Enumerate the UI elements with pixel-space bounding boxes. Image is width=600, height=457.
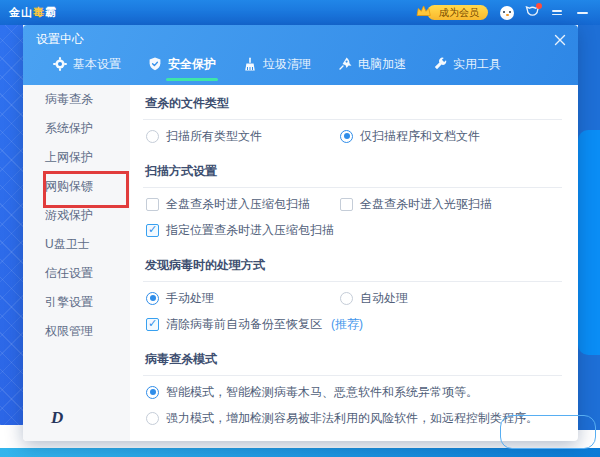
settings-tab-bar: 基本设置 安全保护 垃圾清理 — [53, 49, 501, 83]
radio-icon — [146, 412, 159, 425]
pet-assistant-icon[interactable] — [524, 5, 540, 21]
obscured-background-letter: D — [51, 408, 63, 428]
section-title: 扫描方式设置 — [143, 156, 562, 188]
sidebar-list: 病毒查杀 系统保护 上网保护 网购保镖 游戏保护 U盘卫士 信任设置 引擎设置 … — [23, 85, 130, 346]
checkbox-backup-before-clean[interactable]: 清除病毒前自动备份至恢复区 (推荐) — [143, 316, 363, 333]
option-label: 仅扫描程序和文档文件 — [360, 128, 480, 145]
tab-junk-cleanup[interactable]: 垃圾清理 — [243, 56, 311, 77]
main-window-left-edge — [0, 25, 23, 425]
main-window-side-panel — [578, 130, 600, 355]
wrench-icon — [433, 57, 447, 71]
checkbox-fullscan-optical[interactable]: 全盘查杀时进入光驱扫描 — [337, 196, 492, 213]
app-logo-accent: 毒 — [33, 5, 45, 20]
tab-pc-speedup[interactable]: 电脑加速 — [338, 56, 406, 77]
app-logo: 金山 毒 霸 — [9, 5, 57, 20]
tab-label: 安全保护 — [168, 56, 216, 73]
option-label: 清除病毒前自动备份至恢复区 — [166, 316, 322, 333]
sidebar-item-permission-management[interactable]: 权限管理 — [23, 317, 130, 346]
checkbox-icon — [146, 198, 159, 211]
checkbox-icon — [340, 198, 353, 211]
radio-scan-programs-docs[interactable]: 仅扫描程序和文档文件 — [337, 128, 480, 145]
app-logo-text: 霸 — [45, 5, 57, 20]
minimize-button[interactable] — [574, 5, 590, 21]
sidebar-item-trust-settings[interactable]: 信任设置 — [23, 259, 130, 288]
checkbox-fullscan-archives[interactable]: 全盘查杀时进入压缩包扫描 — [143, 196, 337, 213]
menu-icon[interactable] — [549, 5, 565, 21]
section-scan-method: 扫描方式设置 全盘查杀时进入压缩包扫描 全盘查杀时进入光驱扫描 — [143, 156, 562, 243]
notification-dot — [536, 3, 542, 9]
radio-icon — [340, 292, 353, 305]
dialog-body: 病毒查杀 系统保护 上网保护 网购保镖 游戏保护 U盘卫士 信任设置 引擎设置 … — [23, 85, 578, 441]
checkbox-icon — [146, 318, 159, 331]
section-title: 发现病毒时的处理方式 — [143, 250, 562, 282]
titlebar-actions: 成为会员 — [412, 0, 590, 25]
sidebar-item-game-protection[interactable]: 游戏保护 — [23, 201, 130, 230]
sidebar-item-usb-guard[interactable]: U盘卫士 — [23, 230, 130, 259]
dialog-header: 设置中心 基本设置 安全保护 — [23, 25, 578, 85]
radio-icon — [146, 292, 159, 305]
radio-auto-handling[interactable]: 自动处理 — [337, 290, 408, 307]
option-label: 手动处理 — [166, 290, 214, 307]
checkbox-custom-scan-archives[interactable]: 指定位置查杀时进入压缩包扫描 — [143, 222, 334, 239]
main-window-bottom-bar — [0, 448, 600, 457]
section-title: 病毒查杀模式 — [143, 344, 562, 376]
member-badge-button[interactable]: 成为会员 — [412, 5, 488, 20]
sidebar-item-shopping-guard[interactable]: 网购保镖 — [23, 172, 130, 201]
sidebar-item-virus-scan[interactable]: 病毒查杀 — [23, 85, 130, 114]
sidebar-item-system-protection[interactable]: 系统保护 — [23, 114, 130, 143]
radio-smart-mode[interactable]: 智能模式，智能检测病毒木马、恶意软件和系统异常项等。 — [143, 384, 478, 401]
settings-dialog: 设置中心 基本设置 安全保护 — [23, 25, 578, 441]
radio-strong-mode[interactable]: 强力模式，增加检测容易被非法利用的风险软件，如远程控制类程序。 — [143, 410, 538, 427]
member-badge-label: 成为会员 — [427, 5, 488, 20]
tab-label: 垃圾清理 — [263, 56, 311, 73]
recommended-tag: (推荐) — [331, 316, 363, 333]
option-label: 智能模式，智能检测病毒木马、恶意软件和系统异常项等。 — [166, 384, 478, 401]
option-label: 全盘查杀时进入压缩包扫描 — [166, 196, 310, 213]
option-label: 全盘查杀时进入光驱扫描 — [360, 196, 492, 213]
section-virus-handling: 发现病毒时的处理方式 手动处理 自动处理 — [143, 250, 562, 337]
close-icon[interactable] — [553, 33, 567, 47]
tab-label: 实用工具 — [453, 56, 501, 73]
tab-label: 基本设置 — [73, 56, 121, 73]
shield-check-icon — [148, 57, 162, 71]
obscured-button-outline — [500, 415, 596, 449]
section-scan-mode: 病毒查杀模式 智能模式，智能检测病毒木马、恶意软件和系统异常项等。 强力模式，增… — [143, 344, 562, 431]
rocket-icon — [338, 57, 352, 71]
dialog-title: 设置中心 — [36, 31, 84, 48]
radio-icon — [340, 130, 353, 143]
tab-basic-settings[interactable]: 基本设置 — [53, 56, 121, 77]
app-logo-text: 金山 — [9, 5, 33, 20]
tab-label: 电脑加速 — [358, 56, 406, 73]
settings-content: 查杀的文件类型 扫描所有类型文件 仅扫描程序和文档文件 扫描方式设置 — [130, 85, 578, 441]
sidebar-item-engine-settings[interactable]: 引擎设置 — [23, 288, 130, 317]
section-title: 查杀的文件类型 — [143, 88, 562, 120]
settings-sidebar: 病毒查杀 系统保护 上网保护 网购保镖 游戏保护 U盘卫士 信任设置 引擎设置 … — [23, 85, 130, 441]
sidebar-item-web-protection[interactable]: 上网保护 — [23, 143, 130, 172]
titlebar: 金山 毒 霸 成为会员 — [0, 0, 600, 25]
gear-icon — [53, 57, 67, 71]
crown-icon — [416, 5, 431, 17]
tab-utilities[interactable]: 实用工具 — [433, 56, 501, 77]
screenshot-root: 金山 毒 霸 成为会员 D 设置中心 — [0, 0, 600, 457]
option-label: 自动处理 — [360, 290, 408, 307]
section-file-types: 查杀的文件类型 扫描所有类型文件 仅扫描程序和文档文件 — [143, 88, 562, 149]
radio-scan-all-files[interactable]: 扫描所有类型文件 — [143, 128, 337, 145]
tab-security-protection[interactable]: 安全保护 — [148, 56, 216, 77]
option-label: 扫描所有类型文件 — [166, 128, 262, 145]
radio-icon — [146, 386, 159, 399]
option-label: 强力模式，增加检测容易被非法利用的风险软件，如远程控制类程序。 — [166, 410, 538, 427]
option-label: 指定位置查杀时进入压缩包扫描 — [166, 222, 334, 239]
active-tab-underline — [166, 78, 218, 81]
broom-icon — [243, 57, 257, 71]
checkbox-icon — [146, 224, 159, 237]
penguin-icon[interactable] — [499, 5, 515, 21]
radio-manual-handling[interactable]: 手动处理 — [143, 290, 337, 307]
radio-icon — [146, 130, 159, 143]
